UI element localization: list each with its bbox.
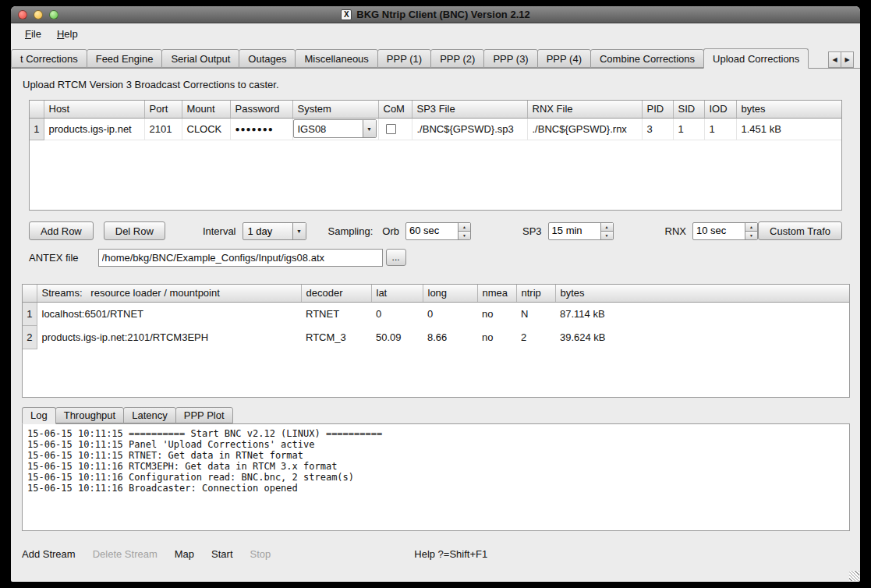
map-action[interactable]: Map xyxy=(175,548,194,560)
close-button[interactable] xyxy=(18,10,27,19)
interval-label: Interval xyxy=(203,225,236,237)
header-com[interactable]: CoM xyxy=(378,101,412,118)
cell-pid[interactable]: 3 xyxy=(642,118,673,140)
cell-bytes: 87.114 kB xyxy=(555,302,849,325)
cell-port[interactable]: 2101 xyxy=(144,118,182,140)
header-host[interactable]: Host xyxy=(44,101,144,118)
tab-throughput[interactable]: Throughput xyxy=(55,407,125,423)
tab-upload-corrections[interactable]: Upload Corrections xyxy=(703,48,809,69)
row-index: 1 xyxy=(30,118,44,140)
cell-decoder: RTNET xyxy=(301,302,371,325)
start-action[interactable]: Start xyxy=(211,548,232,560)
header-rnx-file[interactable]: RNX File xyxy=(527,101,642,118)
cell-mount[interactable]: CLOCK xyxy=(182,118,230,140)
com-checkbox[interactable] xyxy=(386,124,396,134)
left-arrow-icon: ◀ xyxy=(832,56,837,63)
cell-sid[interactable]: 1 xyxy=(673,118,704,140)
antex-row: ANTEX file ... xyxy=(29,248,842,267)
header-decoder[interactable]: decoder xyxy=(301,285,371,302)
tab-ppp-1[interactable]: PPP (1) xyxy=(377,49,431,68)
tab-feed-engine[interactable]: Feed Engine xyxy=(87,49,163,68)
tab-ppp-plot[interactable]: PPP Plot xyxy=(175,407,233,423)
spin-up-button[interactable]: ▲ xyxy=(745,223,757,232)
tab-scroll-buttons: ◀ ▶ xyxy=(829,51,854,68)
header-port[interactable]: Port xyxy=(144,101,182,118)
sp3-spinbox[interactable]: 15 min ▲ ▼ xyxy=(548,222,614,240)
interval-combobox[interactable]: 1 day ▼ xyxy=(243,222,306,240)
streams-header-row: Streams: resource loader / mountpoint de… xyxy=(23,285,849,302)
del-row-button[interactable]: Del Row xyxy=(104,221,165,240)
add-row-button[interactable]: Add Row xyxy=(29,221,94,240)
rnx-spin-buttons: ▲ ▼ xyxy=(745,223,757,239)
menu-file[interactable]: File xyxy=(19,26,48,42)
tab-log[interactable]: Log xyxy=(22,407,56,424)
minimize-button[interactable] xyxy=(34,10,43,19)
log-panel[interactable]: 15-06-15 10:11:15 ========== Start BNC v… xyxy=(22,423,850,531)
cell-nmea: no xyxy=(477,325,516,349)
cell-host[interactable]: products.igs-ip.net xyxy=(44,118,144,140)
header-bytes[interactable]: bytes xyxy=(736,101,841,118)
header-bytes[interactable]: bytes xyxy=(555,285,849,302)
header-system[interactable]: System xyxy=(292,101,378,118)
interval-combo-arrow[interactable]: ▼ xyxy=(292,223,306,239)
stream-row[interactable]: 1 localhost:6501/RTNET RTNET 0 0 no N 87… xyxy=(23,302,849,325)
tab-serial-output[interactable]: Serial Output xyxy=(161,49,239,68)
header-sid[interactable]: SID xyxy=(673,101,704,118)
stream-row[interactable]: 2 products.igs-ip.net:2101/RTCM3EPH RTCM… xyxy=(23,325,849,349)
spin-up-button[interactable]: ▲ xyxy=(459,223,470,232)
tab-combine-corrections[interactable]: Combine Corrections xyxy=(590,49,704,68)
spin-down-button[interactable]: ▼ xyxy=(745,232,757,239)
chevron-down-icon: ▼ xyxy=(366,126,372,132)
header-ntrip[interactable]: ntrip xyxy=(516,285,555,302)
tab-miscellaneous[interactable]: Miscellaneous xyxy=(295,49,377,68)
cell-password[interactable]: ●●●●●●● xyxy=(230,118,292,140)
cell-rnx-file[interactable]: ./BNC${GPSWD}.rnx xyxy=(527,118,642,140)
streams-table: Streams: resource loader / mountpoint de… xyxy=(23,285,849,349)
tab-ppp-3[interactable]: PPP (3) xyxy=(483,49,537,68)
custom-trafo-button[interactable]: Custom Trafo xyxy=(758,221,842,240)
header-mountpoint[interactable]: Streams: resource loader / mountpoint xyxy=(37,285,301,302)
tab-latency[interactable]: Latency xyxy=(123,407,176,423)
tab-ppp-4[interactable]: PPP (4) xyxy=(537,49,591,68)
triangle-down-icon: ▼ xyxy=(749,233,753,238)
triangle-down-icon: ▼ xyxy=(462,233,466,238)
x11-icon: X xyxy=(341,9,352,20)
cell-sp3-file[interactable]: ./BNC${GPSWD}.sp3 xyxy=(412,118,527,140)
spin-up-button[interactable]: ▲ xyxy=(601,223,613,232)
antex-browse-button[interactable]: ... xyxy=(386,249,406,266)
tab-scroll-right-button[interactable]: ▶ xyxy=(841,51,854,68)
resize-grip[interactable] xyxy=(849,571,859,581)
header-long[interactable]: long xyxy=(423,285,477,302)
upload-table: Host Port Mount Password System CoM SP3 … xyxy=(30,101,841,140)
system-combobox[interactable]: IGS08 ▼ xyxy=(293,119,377,138)
spin-down-button[interactable]: ▼ xyxy=(459,232,470,239)
rnx-spinbox[interactable]: 10 sec ▲ ▼ xyxy=(692,222,758,240)
spin-down-button[interactable]: ▼ xyxy=(601,232,613,239)
add-stream-action[interactable]: Add Stream xyxy=(22,548,76,560)
orb-spinbox[interactable]: 60 sec ▲ ▼ xyxy=(405,222,471,240)
header-password[interactable]: Password xyxy=(230,101,292,118)
combo-arrow-button[interactable]: ▼ xyxy=(363,120,376,137)
header-sp3-file[interactable]: SP3 File xyxy=(412,101,527,118)
delete-stream-action: Delete Stream xyxy=(93,548,158,560)
header-mount[interactable]: Mount xyxy=(182,101,230,118)
title-area: X BKG Ntrip Client (BNC) Version 2.12 xyxy=(11,9,860,20)
tab-ppp-2[interactable]: PPP (2) xyxy=(430,49,484,68)
controls-row: Add Row Del Row Interval 1 day ▼ Samplin… xyxy=(29,221,842,240)
cell-iod[interactable]: 1 xyxy=(704,118,736,140)
tab-outages[interactable]: Outages xyxy=(239,49,296,68)
streams-table-frame: Streams: resource loader / mountpoint de… xyxy=(22,284,850,398)
upload-table-frame: Host Port Mount Password System CoM SP3 … xyxy=(29,100,842,211)
header-lat[interactable]: lat xyxy=(371,285,423,302)
tab-scroll-left-button[interactable]: ◀ xyxy=(828,51,841,68)
antex-file-input[interactable] xyxy=(98,249,383,267)
header-pid[interactable]: PID xyxy=(642,101,673,118)
title-bar[interactable]: X BKG Ntrip Client (BNC) Version 2.12 xyxy=(11,6,860,23)
sp3-value: 15 min xyxy=(549,223,600,239)
header-nmea[interactable]: nmea xyxy=(477,285,516,302)
cell-mountpoint: localhost:6501/RTNET xyxy=(37,302,301,325)
header-iod[interactable]: IOD xyxy=(704,101,736,118)
menu-help[interactable]: Help xyxy=(51,26,84,42)
tab-broadcast-corrections[interactable]: t Corrections xyxy=(11,49,87,68)
zoom-button[interactable] xyxy=(49,10,58,19)
